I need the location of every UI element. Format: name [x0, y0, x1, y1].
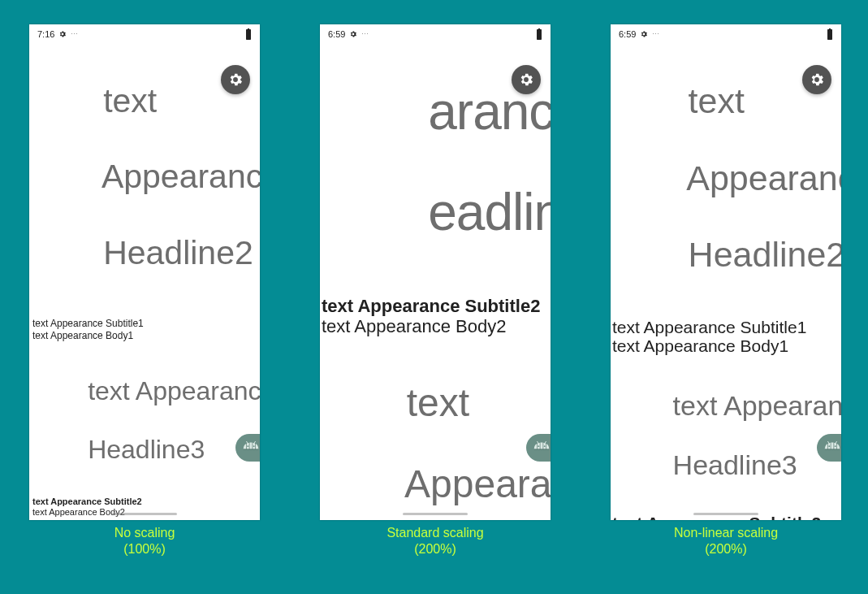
caption-standard-scaling: Standard scaling(200%) — [320, 525, 551, 558]
status-bar: 6:59 ⋯ — [611, 24, 841, 42]
headline4: text Appearance Headline4 — [320, 342, 547, 520]
subtitle1: text Appearance Subtitle1 — [612, 318, 838, 337]
subtitle2: text Appearance Subtitle2 — [32, 496, 257, 506]
status-dots: ⋯ — [652, 30, 660, 38]
phone-nonlinear-scaling: 6:59 ⋯ text Appearance Headline2 text Ap… — [611, 24, 841, 520]
debug-bubble[interactable] — [817, 434, 841, 462]
phone-no-scaling: 7:16 ⋯ text Appearance Headline2 text Ap… — [29, 24, 260, 520]
settings-fab[interactable] — [221, 65, 250, 94]
android-head-icon — [823, 441, 841, 454]
subtitle1: text Appearance Subtitle1 — [32, 318, 257, 329]
gear-icon — [518, 72, 534, 88]
home-indicator — [112, 513, 177, 515]
headline3: text Appearance Headline3 — [611, 361, 838, 510]
body1: text Appearance Body1 — [612, 336, 838, 356]
gear-small-icon — [349, 30, 357, 38]
caption-nonlinear-scaling: Non-linear scaling(200%) — [611, 525, 841, 558]
body1: text Appearance Body1 — [32, 330, 257, 341]
home-indicator — [693, 513, 758, 515]
gear-icon — [227, 72, 244, 88]
status-dots: ⋯ — [361, 30, 369, 38]
status-time: 6:59 — [328, 29, 345, 39]
caption-no-scaling: No scaling(100%) — [29, 525, 260, 558]
status-time: 7:16 — [37, 29, 54, 39]
status-bar: 6:59 ⋯ — [320, 24, 551, 42]
phone-standard-scaling: 6:59 ⋯ arance H eadline3 text Appearance… — [320, 24, 551, 520]
battery-icon — [827, 28, 833, 40]
android-head-icon — [242, 441, 260, 454]
debug-bubble[interactable] — [235, 434, 260, 462]
subtitle2: text Appearance Subtitle2 — [322, 296, 547, 317]
settings-fab[interactable] — [802, 65, 831, 94]
android-head-icon — [533, 441, 551, 454]
home-indicator — [403, 513, 468, 515]
gear-small-icon — [640, 30, 648, 38]
status-dots: ⋯ — [71, 30, 79, 38]
battery-icon — [245, 28, 252, 40]
gear-small-icon — [58, 30, 67, 38]
content-area: arance H eadline3 text Appearance Subtit… — [320, 42, 551, 520]
headline3: text Appearance Headline3 — [30, 348, 257, 493]
status-time: 6:59 — [619, 29, 636, 39]
battery-icon — [536, 28, 542, 40]
settings-fab[interactable] — [512, 65, 541, 94]
gear-icon — [809, 72, 825, 88]
body2a: text Appearance Body2 — [322, 316, 547, 337]
debug-bubble[interactable] — [526, 434, 551, 462]
content-area: text Appearance Headline2 text Appearanc… — [611, 42, 841, 520]
content-area: text Appearance Headline2 text Appearanc… — [29, 42, 260, 520]
status-bar: 7:16 ⋯ — [29, 24, 260, 42]
comparison-figure: 7:16 ⋯ text Appearance Headline2 text Ap… — [0, 0, 868, 594]
